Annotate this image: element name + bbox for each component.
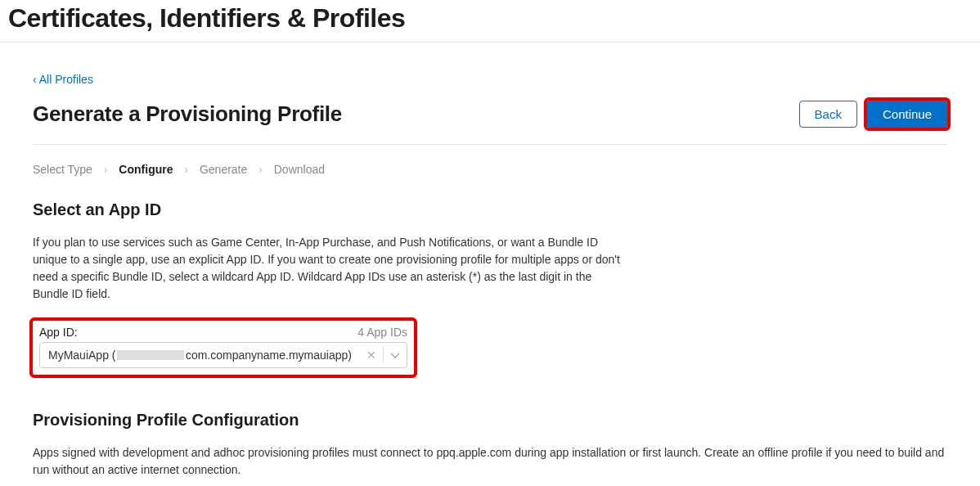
breadcrumb: Select Type › Configure › Generate › Dow…	[33, 163, 947, 176]
chevron-right-icon: ›	[258, 163, 263, 176]
section-body-config: Apps signed with development and adhoc p…	[33, 444, 947, 479]
chevron-right-icon: ›	[104, 163, 108, 176]
section-title-app-id: Select an App ID	[33, 200, 947, 219]
back-all-profiles-link[interactable]: ‹ All Profiles	[33, 73, 93, 86]
section-title-config: Provisioning Profile Configuration	[33, 411, 947, 430]
breadcrumb-step: Generate	[200, 163, 247, 176]
app-id-select[interactable]: MyMauiApp (com.companyname.mymauiapp) ✕	[39, 342, 407, 368]
section-body-app-id: If you plan to use services such as Game…	[33, 234, 622, 303]
breadcrumb-step: Download	[274, 163, 325, 176]
app-id-count: 4 App IDs	[357, 326, 407, 339]
continue-button[interactable]: Continue	[867, 101, 947, 128]
app-id-selected-value: MyMauiApp (com.companyname.mymauiapp)	[40, 349, 360, 362]
app-id-label: App ID:	[39, 326, 78, 339]
chevron-right-icon: ›	[184, 163, 188, 176]
app-id-selector-group: App ID: 4 App IDs MyMauiApp (com.company…	[33, 321, 414, 375]
back-button[interactable]: Back	[799, 101, 857, 128]
breadcrumb-step: Select Type	[33, 163, 92, 176]
page-title: Certificates, Identifiers & Profiles	[0, 0, 980, 42]
divider	[33, 144, 947, 145]
breadcrumb-step-active: Configure	[119, 163, 173, 176]
redacted-text	[117, 350, 183, 360]
divider	[0, 42, 980, 43]
clear-icon[interactable]: ✕	[360, 349, 383, 362]
chevron-down-icon[interactable]	[384, 348, 407, 362]
subheading: Generate a Provisioning Profile	[33, 101, 342, 127]
